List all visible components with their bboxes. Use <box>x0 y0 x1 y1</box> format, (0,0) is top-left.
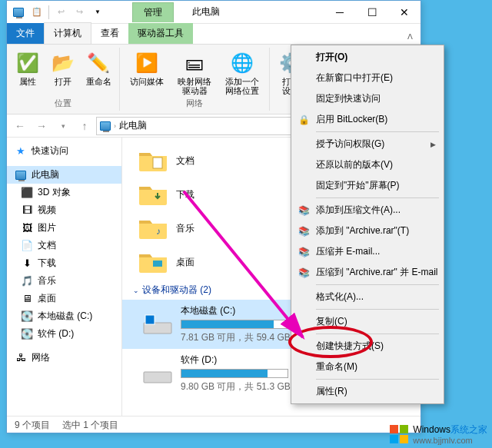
sidebar-downloads[interactable]: ⬇下载 <box>7 254 121 272</box>
close-button[interactable]: ✕ <box>388 2 421 23</box>
sidebar-this-pc[interactable]: 此电脑 <box>7 166 121 184</box>
desktop-icon: 🖥 <box>21 293 33 305</box>
ribbon-map-drive[interactable]: 🖴映射网络 驱动器 <box>172 48 217 95</box>
menu-add-archive[interactable]: 📚添加到压缩文件(A)... <box>293 200 442 221</box>
ribbon-tabs: 文件 计算机 查看 驱动器工具 ᐱ <box>7 24 421 44</box>
menu-separator <box>316 309 439 310</box>
menu-compress-rar-email[interactable]: 📚压缩到 "Archive.rar" 并 E-mail <box>293 262 442 283</box>
folder-icon <box>138 182 168 207</box>
rename-icon: ✏️ <box>86 51 111 75</box>
windows-logo-icon <box>388 423 410 445</box>
ribbon-access-media[interactable]: ▶️访问媒体 <box>125 48 169 86</box>
pc-icon <box>15 169 27 181</box>
winrar-icon: 📚 <box>298 204 310 217</box>
sidebar-software-d[interactable]: 💽软件 (D:) <box>7 325 121 343</box>
svg-rect-11 <box>400 435 408 443</box>
folder-label: 音乐 <box>176 222 194 235</box>
menu-separator <box>316 131 439 132</box>
sidebar-desktop[interactable]: 🖥桌面 <box>7 290 121 307</box>
open-icon: 📂 <box>51 51 75 75</box>
tab-view[interactable]: 查看 <box>91 23 128 44</box>
sidebar-pictures[interactable]: 🖼图片 <box>7 219 121 237</box>
ribbon-open[interactable]: 📂打开 <box>47 48 79 86</box>
sidebar-music[interactable]: 🎵音乐 <box>7 272 121 290</box>
menu-copy[interactable]: 复制(C) <box>293 311 442 332</box>
menu-create-shortcut[interactable]: 创建快捷方式(S) <box>293 336 442 357</box>
menu-properties[interactable]: 属性(R) <box>293 381 442 402</box>
sidebar-documents[interactable]: 📄文档 <box>7 237 121 254</box>
tab-file[interactable]: 文件 <box>7 23 44 44</box>
winrar-icon: 📚 <box>298 267 310 279</box>
menu-open[interactable]: 打开(O) <box>293 47 442 68</box>
ribbon-group-location-label: 位置 <box>55 96 71 111</box>
titlebar: 📋 ↩ ↪ ▼ 管理 此电脑 ─ ☐ ✕ <box>7 1 421 24</box>
map-drive-icon: 🖴 <box>182 51 207 75</box>
watermark-url: www.bjjmlv.com <box>413 436 487 445</box>
menu-separator <box>316 197 439 198</box>
folder-label: 下载 <box>176 188 194 201</box>
qat-redo-icon[interactable]: ↪ <box>71 4 88 21</box>
sidebar-quick-access[interactable]: ★快速访问 <box>7 142 121 160</box>
nav-recent-button[interactable]: ▾ <box>53 117 73 135</box>
window-title: 此电脑 <box>192 5 220 18</box>
sidebar-3d-objects[interactable]: ⬛3D 对象 <box>7 184 121 201</box>
svg-rect-6 <box>144 372 171 383</box>
menu-format[interactable]: 格式化(A)... <box>293 287 442 307</box>
qat-undo-icon[interactable]: ↩ <box>52 4 69 21</box>
disk-icon: 💽 <box>21 310 33 323</box>
media-icon: ▶️ <box>135 51 159 75</box>
ribbon-collapse-icon[interactable]: ᐱ <box>400 29 421 44</box>
menu-open-new-window[interactable]: 在新窗口中打开(E) <box>293 68 442 88</box>
submenu-arrow-icon: ▶ <box>430 141 436 148</box>
nav-back-button[interactable]: ← <box>10 117 30 135</box>
watermark-brand-cn: 系统之家 <box>450 424 487 435</box>
menu-compress-email[interactable]: 📚压缩并 E-mail... <box>293 241 442 262</box>
add-location-icon: 🌐 <box>230 51 254 75</box>
svg-rect-4 <box>145 315 155 324</box>
star-icon: ★ <box>15 145 27 158</box>
sidebar-local-disk-c[interactable]: 💽本地磁盘 (C:) <box>7 307 121 325</box>
menu-pin-start[interactable]: 固定到"开始"屏幕(P) <box>293 175 442 196</box>
document-icon: 📄 <box>21 240 33 252</box>
ribbon-add-location[interactable]: 🌐添加一个 网络位置 <box>220 48 264 95</box>
folder-icon <box>138 148 168 173</box>
sidebar-network[interactable]: 🖧网络 <box>7 349 121 367</box>
svg-rect-10 <box>390 435 398 443</box>
qat-dropdown-icon[interactable]: ▼ <box>89 4 106 21</box>
maximize-button[interactable]: ☐ <box>356 2 388 23</box>
svg-rect-0 <box>153 158 162 168</box>
menu-restore-previous[interactable]: 还原以前的版本(V) <box>293 154 442 175</box>
ribbon-rename[interactable]: ✏️重命名 <box>82 48 115 86</box>
folder-label: 文档 <box>176 154 194 168</box>
ribbon-group-network-label: 网络 <box>186 96 203 111</box>
ribbon-properties[interactable]: ✅属性 <box>12 48 44 86</box>
tab-drive-tools[interactable]: 驱动器工具 <box>128 23 193 44</box>
winrar-icon: 📚 <box>298 225 310 237</box>
menu-pin-quick-access[interactable]: 固定到快速访问 <box>293 88 442 109</box>
menu-add-archive-rar[interactable]: 📚添加到 "Archive.rar"(T) <box>293 221 442 241</box>
address-pc-icon <box>100 121 111 131</box>
drive-name: 本地磁盘 (C:) <box>181 304 291 317</box>
sidebar-videos[interactable]: 🎞视频 <box>7 201 121 219</box>
nav-forward-button[interactable]: → <box>32 117 52 135</box>
tab-computer[interactable]: 计算机 <box>44 22 91 44</box>
svg-rect-9 <box>400 425 408 433</box>
status-selected-count: 选中 1 个项目 <box>62 419 118 432</box>
music-icon: 🎵 <box>21 275 33 287</box>
menu-rename[interactable]: 重命名(M) <box>293 357 442 377</box>
title-context-tab: 管理 <box>132 2 174 22</box>
nav-up-button[interactable]: ↑ <box>75 117 95 135</box>
menu-bitlocker[interactable]: 🔒启用 BitLocker(B) <box>293 109 442 130</box>
qat-properties-icon[interactable]: 📋 <box>28 4 45 21</box>
drive-usage-bar <box>181 369 288 378</box>
statusbar: 9 个项目 选中 1 个项目 <box>7 416 421 434</box>
picture-icon: 🖼 <box>21 222 33 234</box>
address-text: 此电脑 <box>119 119 147 132</box>
app-icon <box>10 4 27 21</box>
menu-separator <box>316 334 439 334</box>
svg-rect-8 <box>390 425 398 433</box>
sidebar: ★快速访问 此电脑 ⬛3D 对象 🎞视频 🖼图片 📄文档 ⬇下载 🎵音乐 🖥桌面… <box>7 138 122 416</box>
minimize-button[interactable]: ─ <box>324 2 356 23</box>
menu-grant-access[interactable]: 授予访问权限(G)▶ <box>293 134 442 154</box>
drive-icon <box>142 361 173 386</box>
